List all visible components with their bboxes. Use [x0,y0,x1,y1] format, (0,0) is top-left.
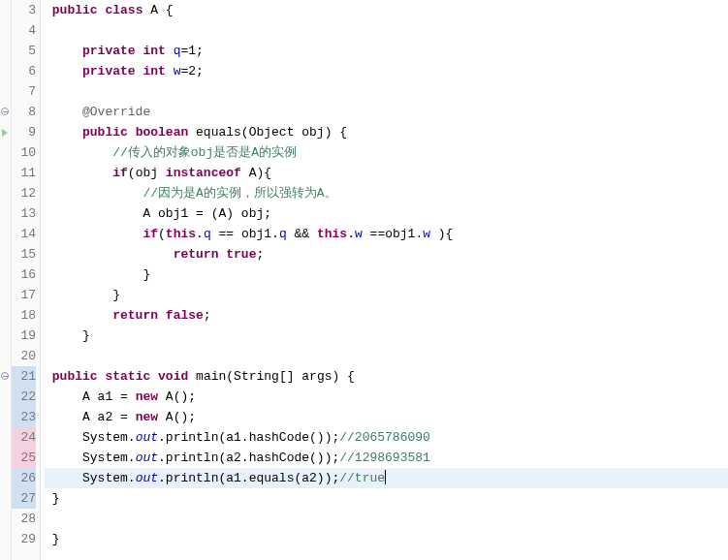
code-token: out [136,471,158,485]
code-token: this [317,227,347,241]
code-line[interactable]: return true; [45,244,728,264]
marker-cell [0,427,11,448]
line-number[interactable]: 26 [12,468,36,488]
code-line[interactable]: System.out.println(a1.hashCode());//2065… [45,427,728,448]
text-cursor [385,470,386,484]
line-number[interactable]: 23 [12,407,36,427]
code-line[interactable]: } [45,529,728,549]
line-number[interactable]: 13 [12,203,36,224]
code-line[interactable]: return false; [45,305,728,326]
code-line[interactable]: if(obj instanceof A){ [45,163,728,183]
code-line[interactable] [45,509,728,529]
code-token: } [45,532,60,546]
code-token: (obj [128,166,166,180]
code-token: new [136,389,158,404]
code-line[interactable]: System.out.println(a2.hashCode());//1298… [45,448,728,468]
marker-cell [0,183,11,203]
line-number[interactable]: 19 [12,326,36,346]
marker-cell [0,61,11,81]
line-number[interactable]: 4 [12,20,36,41]
code-token: new [136,410,158,424]
code-line[interactable]: public static void main(String[] args) { [45,366,728,387]
code-token [158,308,166,323]
line-number[interactable]: 7 [12,81,36,102]
code-token [45,44,82,58]
code-line[interactable]: } [45,285,728,305]
code-token: . [347,227,355,241]
marker-cell [0,102,11,122]
fold-toggle-icon[interactable] [1,372,9,380]
code-token: //1298693581 [339,451,430,465]
code-line[interactable]: public boolean equals(Object obj) { [45,122,728,142]
line-number[interactable]: 8 [12,102,36,122]
line-number[interactable]: 20 [12,346,36,366]
code-token [45,227,142,241]
code-token: void [158,369,188,384]
line-number[interactable]: 21 [12,366,36,387]
line-number[interactable]: 12 [12,183,36,203]
code-token: int [142,64,165,78]
marker-cell [0,346,11,366]
code-line[interactable]: private int q=1; [45,41,728,61]
code-line[interactable] [45,346,728,366]
line-number[interactable]: 5 [12,41,36,61]
code-token: .println(a2.hashCode()); [158,451,339,465]
line-number[interactable]: 24 [12,427,36,448]
line-number[interactable]: 16 [12,264,36,285]
marker-cell [0,0,11,20]
code-line[interactable] [45,20,728,41]
code-line[interactable] [45,81,728,102]
override-marker-icon[interactable] [2,129,8,137]
code-line[interactable]: if(this.q == obj1.q && this.w ==obj1.w )… [45,224,728,244]
marker-cell [0,529,11,549]
marker-cell [0,122,11,142]
code-line[interactable]: @Override [45,102,728,122]
code-line[interactable]: private int w=2; [45,61,728,81]
code-line[interactable]: } [45,488,728,509]
line-number[interactable]: 28 [12,509,36,529]
code-token: if [112,166,128,180]
code-line[interactable]: System.out.println(a1.equals(a2));//true [45,468,728,488]
code-token: out [136,451,158,465]
code-token [128,125,136,140]
line-number[interactable]: 10 [12,142,36,163]
line-number[interactable]: 14 [12,224,36,244]
code-token: if [142,227,158,241]
line-number[interactable]: 17 [12,285,36,305]
fold-toggle-icon[interactable] [1,108,9,115]
code-content[interactable]: public class A { private int q=1; privat… [41,0,728,560]
line-number[interactable]: 27 [12,488,36,509]
code-line[interactable]: A obj1 = (A) obj; [45,203,728,224]
code-token: q [279,227,287,241]
code-token: private [82,44,136,58]
line-number[interactable]: 6 [12,61,36,81]
line-number[interactable]: 3 [12,0,36,20]
code-line[interactable]: } [45,326,728,346]
marker-cell [0,285,11,305]
code-line[interactable]: A a1 = new A(); [45,387,728,407]
line-number[interactable]: 9 [12,122,36,142]
marker-cell [0,468,11,488]
marker-cell [0,326,11,346]
code-token [150,369,158,384]
line-number[interactable]: 18 [12,305,36,326]
code-line[interactable]: public class A { [45,0,728,20]
code-token: true [226,247,256,262]
line-number[interactable]: 25 [12,448,36,468]
code-line[interactable]: A a2 = new A(); [45,407,728,427]
line-number[interactable]: 29 [12,529,36,549]
marker-cell [0,41,11,61]
code-token [166,64,174,78]
code-line[interactable]: //因为是A的实例，所以强转为A。 [45,183,728,203]
code-token: A){ [241,166,271,180]
code-line[interactable]: //传入的对象obj是否是A的实例 [45,142,728,163]
code-token: System. [45,451,136,465]
code-editor[interactable]: 3456789101112131415161718192021222324252… [0,0,728,560]
line-number[interactable]: 22 [12,387,36,407]
code-line[interactable]: } [45,264,728,285]
marker-cell [0,244,11,264]
line-number[interactable]: 15 [12,244,36,264]
line-number[interactable]: 11 [12,163,36,183]
code-token: =2; [180,64,203,78]
code-token: .println(a1.equals(a2)); [158,471,339,485]
